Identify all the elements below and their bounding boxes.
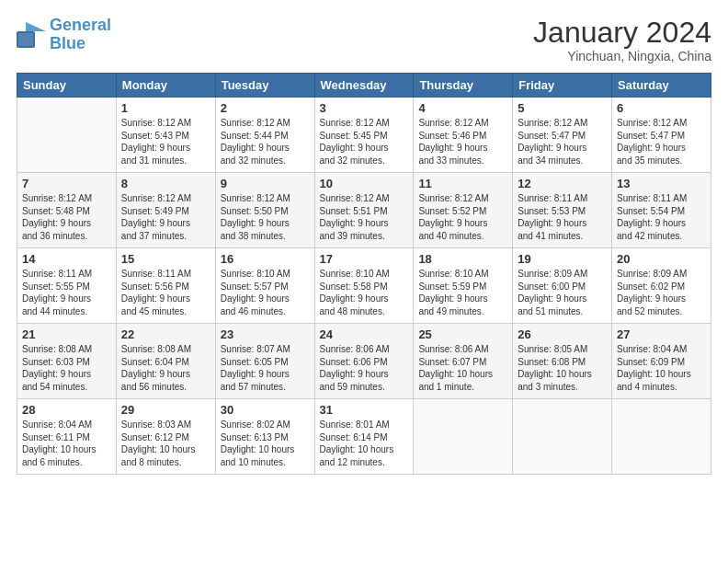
day-number: 27: [617, 327, 706, 341]
day-number: 8: [121, 177, 210, 190]
day-header-sunday: Sunday: [17, 74, 117, 98]
week-row-4: 28Sunrise: 8:04 AM Sunset: 6:11 PM Dayli…: [17, 399, 711, 475]
cell-content: Sunrise: 8:12 AM Sunset: 5:46 PM Dayligh…: [418, 117, 507, 167]
day-header-wednesday: Wednesday: [314, 74, 414, 98]
svg-rect-2: [18, 33, 33, 46]
day-number: 11: [418, 177, 507, 190]
day-header-friday: Friday: [513, 74, 612, 98]
calendar-cell: 7Sunrise: 8:12 AM Sunset: 5:48 PM Daylig…: [17, 173, 117, 248]
cell-content: Sunrise: 8:06 AM Sunset: 6:07 PM Dayligh…: [418, 343, 507, 393]
location: Yinchuan, Ningxia, China: [533, 49, 711, 63]
calendar-cell: 24Sunrise: 8:06 AM Sunset: 6:06 PM Dayli…: [314, 324, 414, 399]
calendar-cell: [612, 399, 711, 475]
logo-line2: Blue: [50, 34, 85, 52]
calendar-cell: 18Sunrise: 8:10 AM Sunset: 5:59 PM Dayli…: [414, 248, 513, 324]
calendar-cell: 10Sunrise: 8:12 AM Sunset: 5:51 PM Dayli…: [314, 173, 414, 248]
day-number: 28: [22, 403, 111, 417]
day-number: 31: [320, 403, 409, 417]
logo-icon: [17, 22, 46, 48]
calendar-cell: 23Sunrise: 8:07 AM Sunset: 6:05 PM Dayli…: [215, 324, 314, 399]
calendar-cell: 5Sunrise: 8:12 AM Sunset: 5:47 PM Daylig…: [513, 98, 612, 173]
calendar-cell: 3Sunrise: 8:12 AM Sunset: 5:45 PM Daylig…: [314, 98, 414, 173]
day-number: 24: [320, 327, 409, 341]
cell-content: Sunrise: 8:07 AM Sunset: 6:05 PM Dayligh…: [221, 343, 310, 393]
calendar-cell: 19Sunrise: 8:09 AM Sunset: 6:00 PM Dayli…: [513, 248, 612, 324]
cell-content: Sunrise: 8:12 AM Sunset: 5:47 PM Dayligh…: [518, 117, 607, 167]
cell-content: Sunrise: 8:09 AM Sunset: 6:02 PM Dayligh…: [617, 268, 706, 317]
week-row-0: 1Sunrise: 8:12 AM Sunset: 5:43 PM Daylig…: [17, 98, 711, 173]
calendar-cell: 14Sunrise: 8:11 AM Sunset: 5:55 PM Dayli…: [17, 248, 117, 324]
day-number: 10: [320, 177, 409, 190]
day-number: 9: [221, 177, 310, 190]
day-number: 18: [418, 252, 507, 266]
day-header-monday: Monday: [116, 74, 215, 98]
calendar-cell: 4Sunrise: 8:12 AM Sunset: 5:46 PM Daylig…: [414, 98, 513, 173]
cell-content: Sunrise: 8:10 AM Sunset: 5:59 PM Dayligh…: [418, 268, 507, 317]
cell-content: Sunrise: 8:03 AM Sunset: 6:12 PM Dayligh…: [121, 419, 210, 468]
day-number: 1: [121, 101, 210, 115]
day-number: 23: [221, 327, 310, 341]
calendar-cell: 30Sunrise: 8:02 AM Sunset: 6:13 PM Dayli…: [215, 399, 314, 475]
day-number: 22: [121, 327, 210, 341]
day-number: 13: [617, 177, 706, 190]
day-number: 20: [617, 252, 706, 266]
calendar-cell: 2Sunrise: 8:12 AM Sunset: 5:44 PM Daylig…: [215, 98, 314, 173]
calendar-cell: 22Sunrise: 8:08 AM Sunset: 6:04 PM Dayli…: [116, 324, 215, 399]
cell-content: Sunrise: 8:08 AM Sunset: 6:04 PM Dayligh…: [121, 343, 210, 393]
calendar-cell: 17Sunrise: 8:10 AM Sunset: 5:58 PM Dayli…: [314, 248, 414, 324]
day-number: 14: [22, 252, 111, 266]
calendar-cell: 12Sunrise: 8:11 AM Sunset: 5:53 PM Dayli…: [513, 173, 612, 248]
day-number: 26: [518, 327, 607, 341]
header: General Blue January 2024 Yinchuan, Ning…: [17, 17, 711, 63]
cell-content: Sunrise: 8:09 AM Sunset: 6:00 PM Dayligh…: [518, 268, 607, 317]
calendar-cell: [17, 98, 117, 173]
cell-content: Sunrise: 8:12 AM Sunset: 5:43 PM Dayligh…: [121, 117, 210, 167]
day-number: 2: [221, 101, 310, 115]
day-number: 16: [221, 252, 310, 266]
calendar-cell: 26Sunrise: 8:05 AM Sunset: 6:08 PM Dayli…: [513, 324, 612, 399]
cell-content: Sunrise: 8:02 AM Sunset: 6:13 PM Dayligh…: [221, 419, 310, 468]
cell-content: Sunrise: 8:12 AM Sunset: 5:52 PM Dayligh…: [418, 192, 507, 242]
day-header-thursday: Thursday: [414, 74, 513, 98]
day-number: 5: [518, 101, 607, 115]
day-number: 29: [121, 403, 210, 417]
logo-text: General Blue: [50, 17, 111, 53]
cell-content: Sunrise: 8:11 AM Sunset: 5:54 PM Dayligh…: [617, 192, 706, 242]
logo-line1: General: [50, 16, 111, 34]
day-number: 30: [221, 403, 310, 417]
day-number: 7: [22, 177, 111, 190]
cell-content: Sunrise: 8:04 AM Sunset: 6:09 PM Dayligh…: [617, 343, 706, 393]
day-number: 15: [121, 252, 210, 266]
calendar-cell: 25Sunrise: 8:06 AM Sunset: 6:07 PM Dayli…: [414, 324, 513, 399]
cell-content: Sunrise: 8:11 AM Sunset: 5:56 PM Dayligh…: [121, 268, 210, 317]
calendar-cell: 16Sunrise: 8:10 AM Sunset: 5:57 PM Dayli…: [215, 248, 314, 324]
day-header-tuesday: Tuesday: [215, 74, 314, 98]
calendar-cell: 15Sunrise: 8:11 AM Sunset: 5:56 PM Dayli…: [116, 248, 215, 324]
day-header-saturday: Saturday: [612, 74, 711, 98]
cell-content: Sunrise: 8:11 AM Sunset: 5:55 PM Dayligh…: [22, 268, 111, 317]
cell-content: Sunrise: 8:04 AM Sunset: 6:11 PM Dayligh…: [22, 419, 111, 468]
calendar-cell: 9Sunrise: 8:12 AM Sunset: 5:50 PM Daylig…: [215, 173, 314, 248]
cell-content: Sunrise: 8:08 AM Sunset: 6:03 PM Dayligh…: [22, 343, 111, 393]
logo: General Blue: [17, 17, 111, 53]
day-number: 17: [320, 252, 409, 266]
calendar-cell: 28Sunrise: 8:04 AM Sunset: 6:11 PM Dayli…: [17, 399, 117, 475]
day-number: 21: [22, 327, 111, 341]
calendar-cell: 6Sunrise: 8:12 AM Sunset: 5:47 PM Daylig…: [612, 98, 711, 173]
cell-content: Sunrise: 8:12 AM Sunset: 5:50 PM Dayligh…: [221, 192, 310, 242]
day-number: 4: [418, 101, 507, 115]
day-number: 12: [518, 177, 607, 190]
cell-content: Sunrise: 8:12 AM Sunset: 5:48 PM Dayligh…: [22, 192, 111, 242]
cell-content: Sunrise: 8:12 AM Sunset: 5:51 PM Dayligh…: [320, 192, 409, 242]
week-row-1: 7Sunrise: 8:12 AM Sunset: 5:48 PM Daylig…: [17, 173, 711, 248]
day-number: 19: [518, 252, 607, 266]
week-row-2: 14Sunrise: 8:11 AM Sunset: 5:55 PM Dayli…: [17, 248, 711, 324]
day-number: 3: [320, 101, 409, 115]
calendar-cell: 21Sunrise: 8:08 AM Sunset: 6:03 PM Dayli…: [17, 324, 117, 399]
calendar-cell: 11Sunrise: 8:12 AM Sunset: 5:52 PM Dayli…: [414, 173, 513, 248]
calendar-table: SundayMondayTuesdayWednesdayThursdayFrid…: [17, 73, 711, 475]
calendar-cell: 27Sunrise: 8:04 AM Sunset: 6:09 PM Dayli…: [612, 324, 711, 399]
cell-content: Sunrise: 8:12 AM Sunset: 5:44 PM Dayligh…: [221, 117, 310, 167]
calendar-cell: 13Sunrise: 8:11 AM Sunset: 5:54 PM Dayli…: [612, 173, 711, 248]
calendar-cell: 1Sunrise: 8:12 AM Sunset: 5:43 PM Daylig…: [116, 98, 215, 173]
